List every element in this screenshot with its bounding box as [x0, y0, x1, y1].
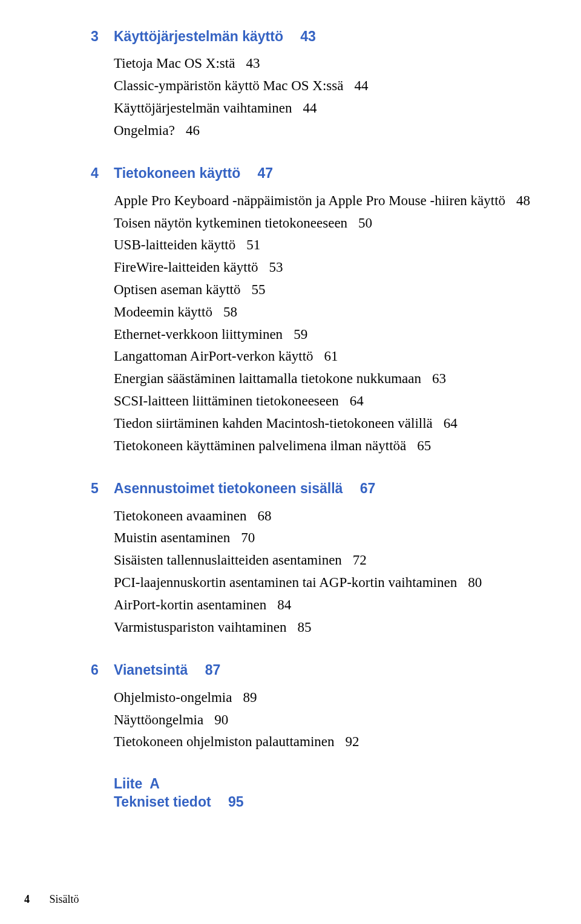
chapter-number: 3 [91, 29, 114, 44]
toc-entry: SCSI-laitteen liittäminen tietokoneeseen… [114, 390, 539, 413]
entry-page: 90 [214, 712, 228, 727]
entry-title: Energian säästäminen laittamalla tietoko… [114, 371, 421, 386]
entry-title: Ongelmia? [114, 123, 175, 138]
appendix-label: Liite [114, 776, 142, 791]
entry-page: 55 [252, 282, 266, 297]
entry-title: Tietoja Mac OS X:stä [114, 56, 235, 71]
chapter-page: 47 [258, 165, 274, 181]
footer-section: Sisältö [50, 893, 79, 905]
toc-entry: PCI-laajennuskortin asentaminen tai AGP-… [114, 572, 539, 594]
entry-title: Ohjelmisto-ongelmia [114, 690, 232, 705]
entry-page: 68 [258, 508, 272, 523]
toc-entry: Näyttöongelmia90 [114, 709, 539, 732]
toc-entry: Ohjelmisto-ongelmia89 [114, 687, 539, 709]
entry-title: Tietokoneen avaaminen [114, 508, 247, 523]
entry-page: 64 [350, 393, 364, 408]
chapter-title-text: Tietokoneen käyttö [114, 165, 240, 181]
toc-entry: Ongelmia?46 [114, 120, 539, 142]
entry-page: 53 [269, 260, 283, 275]
chapter-number: 5 [91, 481, 114, 496]
chapter-title: Vianetsintä 87 [114, 663, 539, 678]
entry-page: 61 [324, 349, 338, 364]
toc-entry: Varmistuspariston vaihtaminen85 [114, 617, 539, 639]
chapter-number: 6 [91, 663, 114, 678]
chapter-title: Asennustoimet tietokoneen sisällä 67 [114, 481, 539, 496]
entry-title: Tiedon siirtäminen kahden Macintosh-tiet… [114, 416, 433, 431]
entry-title: Classic-ympäristön käyttö Mac OS X:ssä [114, 78, 343, 93]
chapter-page: 87 [205, 662, 221, 678]
toc-entry: Sisäisten tallennuslaitteiden asentamine… [114, 549, 539, 572]
toc-entry: Optisen aseman käyttö55 [114, 279, 539, 301]
chapter-heading: 4 Tietokoneen käyttö 47 [91, 166, 539, 181]
entry-title: Näyttöongelmia [114, 712, 203, 727]
entry-page: 64 [444, 416, 458, 431]
page-footer: 4 Sisältö [24, 893, 79, 906]
appendix-title: Tekniset tiedot [114, 794, 211, 810]
chapter-entries: Tietoja Mac OS X:stä43 Classic-ympäristö… [114, 53, 539, 142]
chapter-entries: Apple Pro Keyboard -näppäimistön ja Appl… [114, 190, 539, 457]
entry-title: AirPort-kortin asentaminen [114, 597, 266, 612]
entry-title: SCSI-laitteen liittäminen tietokoneeseen [114, 393, 339, 408]
entry-title: Käyttöjärjestelmän vaihtaminen [114, 100, 292, 116]
entry-title: Modeemin käyttö [114, 304, 212, 319]
appendix-page: 95 [228, 794, 244, 810]
toc-entry: AirPort-kortin asentaminen84 [114, 594, 539, 617]
toc-entry: Tietokoneen avaaminen68 [114, 505, 539, 528]
toc-entry: Tietokoneen ohjelmiston palauttaminen92 [114, 731, 539, 753]
entry-page: 80 [468, 575, 482, 590]
entry-page: 72 [353, 552, 367, 568]
toc-entry: Käyttöjärjestelmän vaihtaminen44 [114, 97, 539, 120]
entry-title: Muistin asentaminen [114, 530, 230, 545]
entry-page: 92 [346, 734, 359, 749]
toc-entry: Tietoja Mac OS X:stä43 [114, 53, 539, 75]
toc-entry: Tiedon siirtäminen kahden Macintosh-tiet… [114, 413, 539, 435]
entry-page: 89 [243, 690, 257, 705]
entry-title: Tietokoneen ohjelmiston palauttaminen [114, 734, 335, 749]
entry-title: Toisen näytön kytkeminen tietokoneeseen [114, 215, 347, 231]
entry-page: 63 [432, 371, 446, 386]
entry-page: 65 [417, 438, 431, 453]
footer-page-number: 4 [24, 893, 30, 905]
entry-page: 58 [223, 304, 237, 319]
entry-title: Optisen aseman käyttö [114, 282, 241, 297]
entry-page: 84 [277, 597, 291, 612]
entry-page: 44 [354, 78, 368, 93]
chapter-entries: Ohjelmisto-ongelmia89 Näyttöongelmia90 T… [114, 687, 539, 753]
entry-page: 43 [246, 56, 260, 71]
appendix-title-line: Tekniset tiedot 95 [114, 793, 539, 811]
appendix-label-line: Liite A [114, 775, 539, 793]
toc-entry: Classic-ympäristön käyttö Mac OS X:ssä44 [114, 75, 539, 97]
toc-entry: Modeemin käyttö58 [114, 301, 539, 324]
appendix-letter: A [149, 776, 160, 791]
toc-entry: Ethernet-verkkoon liittyminen59 [114, 324, 539, 346]
entry-title: Apple Pro Keyboard -näppäimistön ja Appl… [114, 193, 505, 208]
entry-title: Langattoman AirPort-verkon käyttö [114, 349, 313, 364]
entry-page: 70 [241, 530, 255, 545]
chapter-entries: Tietokoneen avaaminen68 Muistin asentami… [114, 505, 539, 639]
chapter-title: Käyttöjärjestelmän käyttö 43 [114, 29, 539, 44]
chapter-heading: 3 Käyttöjärjestelmän käyttö 43 [91, 29, 539, 44]
toc-entry: Apple Pro Keyboard -näppäimistön ja Appl… [114, 190, 539, 212]
entry-title: FireWire-laitteiden käyttö [114, 260, 258, 275]
entry-title: Varmistuspariston vaihtaminen [114, 620, 287, 635]
toc-entry: Tietokoneen käyttäminen palvelimena ilma… [114, 435, 539, 457]
chapter-title: Tietokoneen käyttö 47 [114, 166, 539, 181]
entry-title: Sisäisten tallennuslaitteiden asentamine… [114, 552, 342, 568]
toc-entry: Energian säästäminen laittamalla tietoko… [114, 368, 539, 390]
entry-title: PCI-laajennuskortin asentaminen tai AGP-… [114, 575, 457, 590]
entry-page: 85 [298, 620, 312, 635]
chapter-title-text: Käyttöjärjestelmän käyttö [114, 28, 283, 44]
toc-page: 3 Käyttöjärjestelmän käyttö 43 Tietoja M… [0, 0, 581, 924]
appendix-heading: Liite A Tekniset tiedot 95 [114, 775, 539, 811]
entry-title: Tietokoneen käyttäminen palvelimena ilma… [114, 438, 406, 453]
entry-page: 44 [303, 100, 317, 116]
chapter-title-text: Asennustoimet tietokoneen sisällä [114, 480, 343, 496]
chapter-heading: 6 Vianetsintä 87 [91, 663, 539, 678]
entry-page: 59 [294, 327, 307, 342]
entry-page: 48 [516, 193, 530, 208]
chapter-title-text: Vianetsintä [114, 662, 188, 678]
entry-page: 51 [246, 237, 260, 252]
entry-page: 50 [358, 215, 372, 231]
toc-entry: USB-laitteiden käyttö51 [114, 234, 539, 257]
entry-title: USB-laitteiden käyttö [114, 237, 235, 252]
